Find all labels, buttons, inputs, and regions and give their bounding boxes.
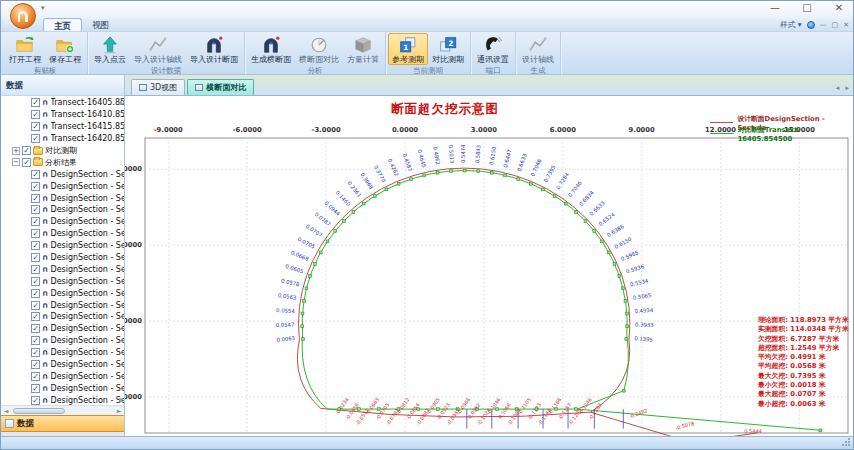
tree-item[interactable]: ✓∩DesignSection - Sect (1, 394, 124, 405)
ribbon-button-open-project[interactable]: 打开工程 (5, 33, 45, 65)
ribbon-button-period-2[interactable]: 2对比测期 (428, 33, 468, 65)
svg-text:0.5065: 0.5065 (633, 292, 652, 301)
tree-item[interactable]: +✓对比测期 (1, 145, 124, 157)
tree-checkbox[interactable]: ✓ (31, 110, 40, 119)
ribbon-button-period-1[interactable]: 1参考测期 (388, 33, 428, 65)
tree-item[interactable]: ✓∩DesignSection - Sect (1, 335, 124, 347)
doc-close-icon[interactable]: ✕ (843, 21, 849, 29)
doc-tab-1[interactable]: 横断面对比 (187, 79, 254, 95)
tree-checkbox[interactable]: ✓ (31, 182, 40, 191)
tree-item[interactable]: ✓∩DesignSection - Sect (1, 347, 124, 359)
ribbon-tab-1[interactable]: 视图 (82, 18, 119, 31)
tree-item[interactable]: ✓∩DesignSection - Sect (1, 168, 124, 180)
help-icon[interactable] (807, 21, 815, 29)
ribbon-button-phone[interactable]: 通讯设置 (473, 33, 513, 65)
tree-item[interactable]: ✓∩DesignSection - Sect (1, 299, 124, 311)
tree-item[interactable]: ✓∩DesignSection - Sect (1, 252, 124, 264)
tree-item[interactable]: ✓∩DesignSection - Sect (1, 228, 124, 240)
tree-checkbox[interactable]: ✓ (22, 158, 31, 167)
tree-item[interactable]: ✓∩DesignSection - Sect (1, 311, 124, 323)
tree-item[interactable]: −✓分析结果 (1, 156, 124, 168)
tree-item[interactable]: ✓∩DesignSection - Sect (1, 382, 124, 394)
ribbon-tab-0[interactable]: 主页 (43, 18, 82, 31)
ribbon-button-cube[interactable]: 方量计算 (343, 33, 383, 65)
section-icon: ∩ (42, 336, 49, 345)
tree-item[interactable]: ✓∩Transect-16420.85 (1, 133, 124, 145)
tree-checkbox[interactable]: ✓ (31, 253, 40, 262)
style-button[interactable]: 样式 ▾ (780, 20, 801, 30)
scroll-up-icon[interactable]: ▲ (118, 98, 123, 105)
scroll-right-icon[interactable]: ► (114, 407, 124, 414)
tree-expander-icon[interactable]: − (12, 158, 20, 166)
tree-item-label: DesignSection - Sect (51, 324, 125, 333)
tree-checkbox[interactable]: ✓ (31, 301, 40, 310)
tree-checkbox[interactable]: ✓ (31, 194, 40, 203)
ribbon-button-polyline[interactable]: 设计轴线 (518, 33, 558, 65)
tree-checkbox[interactable]: ✓ (31, 324, 40, 333)
ribbon-button-save-project[interactable]: 保存工程 (45, 33, 85, 65)
tree-item[interactable]: ✓∩DesignSection - Sect (1, 359, 124, 371)
ribbon-button-compass[interactable]: 横断面对比 (295, 33, 343, 65)
tree-item[interactable]: ✓∩DesignSection - Sect (1, 192, 124, 204)
phone-icon (483, 35, 503, 55)
tree-checkbox[interactable]: ✓ (31, 134, 40, 143)
svg-text:6.0000: 6.0000 (550, 126, 576, 134)
tree-checkbox[interactable]: ✓ (31, 396, 40, 405)
tree-checkbox[interactable]: ✓ (31, 348, 40, 357)
tree-item-label: DesignSection - Sect (51, 182, 125, 191)
tree-checkbox[interactable]: ✓ (31, 289, 40, 298)
tree-item[interactable]: ✓∩Transect-16410.85 (1, 109, 124, 121)
scroll-left-icon[interactable]: ◄ (1, 407, 11, 414)
tree-item[interactable]: ✓∩DesignSection - Sect (1, 275, 124, 287)
tab-scroll-arrows[interactable]: ◂ ▸ (836, 84, 851, 92)
tree-item-label: DesignSection - Sect (51, 360, 125, 369)
tree-checkbox[interactable]: ✓ (31, 277, 40, 286)
tree-item[interactable]: ✓∩DesignSection - Sect (1, 323, 124, 335)
app-logo-icon[interactable] (10, 3, 36, 29)
horizontal-scrollbar[interactable]: ◄ ► (1, 405, 124, 415)
tree-item[interactable]: ✓∩DesignSection - Sect (1, 216, 124, 228)
ribbon-button-import-pointcloud[interactable]: 导入点云 (90, 33, 130, 65)
tree-checkbox[interactable]: ✓ (31, 241, 40, 250)
tree-item-label: DesignSection - Sect (51, 229, 125, 238)
tree-checkbox[interactable]: ✓ (31, 205, 40, 214)
ribbon-button-polyline[interactable]: 导入设计轴线 (130, 33, 186, 65)
resize-grip[interactable] (841, 437, 851, 447)
maximize-button[interactable]: □ (799, 2, 815, 13)
doc-tab-0[interactable]: 3D视图 (131, 79, 185, 95)
ribbon-group-2: 生成横断面横断面对比方量计算分析 (245, 32, 386, 74)
tree-item[interactable]: ✓∩DesignSection - Sect (1, 204, 124, 216)
svg-text:0.4862: 0.4862 (432, 146, 441, 165)
tree-checkbox[interactable]: ✓ (31, 384, 40, 393)
tree-checkbox[interactable]: ✓ (31, 360, 40, 369)
ribbon-button-tunnel[interactable]: 生成横断面 (247, 33, 295, 65)
doc-minimize-icon[interactable]: — (820, 21, 827, 29)
tree-item[interactable]: ✓∩DesignSection - Sect (1, 180, 124, 192)
tree-item[interactable]: ✓∩Transect-16415.85 (1, 121, 124, 133)
tree-item[interactable]: ✓∩DesignSection - Sect (1, 240, 124, 252)
tree-item[interactable]: ✓∩DesignSection - Sect (1, 263, 124, 275)
close-button[interactable]: ✕ (831, 2, 847, 13)
tree-item[interactable]: ✓∩Transect-16405.85 (1, 97, 124, 109)
tree-checkbox[interactable]: ✓ (31, 336, 40, 345)
tree-checkbox[interactable]: ✓ (22, 146, 31, 155)
tree-checkbox[interactable]: ✓ (31, 98, 40, 107)
tree-expander-icon[interactable]: + (12, 147, 20, 155)
tree-checkbox[interactable]: ✓ (31, 229, 40, 238)
tree-item[interactable]: ✓∩DesignSection - Sect (1, 287, 124, 299)
scrollbar-thumb[interactable] (13, 408, 65, 414)
tree-checkbox[interactable]: ✓ (31, 122, 40, 131)
doc-restore-icon[interactable]: ▢ (832, 21, 839, 29)
tree-checkbox[interactable]: ✓ (31, 372, 40, 381)
minimize-button[interactable]: — (767, 2, 783, 13)
tree-item[interactable]: ✓∩DesignSection - Sect (1, 370, 124, 382)
quick-access-caret-icon[interactable]: ▾ (41, 4, 45, 12)
data-panel-tab[interactable]: 数据 (1, 415, 124, 432)
section-icon: ∩ (42, 396, 49, 405)
ribbon-button-tunnel[interactable]: 导入设计断面 (186, 33, 242, 65)
tree-checkbox[interactable]: ✓ (31, 265, 40, 274)
tree-checkbox[interactable]: ✓ (31, 170, 40, 179)
scroll-down-icon[interactable]: ▼ (118, 396, 123, 403)
tree-checkbox[interactable]: ✓ (31, 312, 40, 321)
tree-checkbox[interactable]: ✓ (31, 217, 40, 226)
